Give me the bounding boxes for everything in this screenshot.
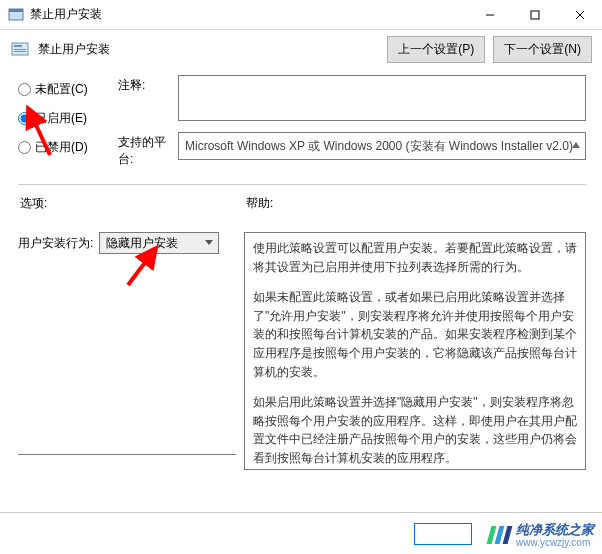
- options-bottom-border: [18, 454, 236, 474]
- watermark-brand: 纯净系统之家: [516, 522, 594, 537]
- focused-button-outline[interactable]: [414, 523, 472, 545]
- install-behavior-combo[interactable]: 隐藏用户安装: [99, 232, 219, 254]
- radio-disabled-label: 已禁用(D): [35, 139, 88, 156]
- supported-platform-value: Microsoft Windows XP 或 Windows 2000 (安装有…: [185, 138, 573, 155]
- supported-platform-box: Microsoft Windows XP 或 Windows 2000 (安装有…: [178, 132, 586, 160]
- radio-disabled[interactable]: 已禁用(D): [18, 139, 118, 156]
- radio-enabled[interactable]: 已启用(E): [18, 110, 118, 127]
- install-behavior-value: 隐藏用户安装: [106, 235, 178, 252]
- help-header: 帮助:: [246, 195, 586, 212]
- radio-enabled-input[interactable]: [18, 112, 31, 125]
- radio-not-configured-input[interactable]: [18, 83, 31, 96]
- svg-rect-7: [14, 45, 22, 47]
- maximize-button[interactable]: [512, 0, 557, 30]
- help-paragraph-2: 如果未配置此策略设置，或者如果已启用此策略设置并选择了"允许用户安装"，则安装程…: [253, 288, 577, 381]
- svg-rect-3: [531, 11, 539, 19]
- help-text-box: 使用此策略设置可以配置用户安装。若要配置此策略设置，请将其设置为已启用并使用下拉…: [244, 232, 586, 470]
- prev-setting-button[interactable]: 上一个设置(P): [387, 36, 485, 63]
- window-icon: [8, 7, 24, 23]
- window-title: 禁止用户安装: [30, 6, 467, 23]
- next-setting-button[interactable]: 下一个设置(N): [493, 36, 592, 63]
- page-title: 禁止用户安装: [38, 41, 379, 58]
- comment-label: 注释:: [118, 75, 178, 94]
- comment-textarea[interactable]: [178, 75, 586, 121]
- radio-disabled-input[interactable]: [18, 141, 31, 154]
- chevron-down-icon: [204, 236, 214, 250]
- platform-label: 支持的平台:: [118, 132, 178, 168]
- titlebar: 禁止用户安装: [0, 0, 602, 30]
- minimize-button[interactable]: [467, 0, 512, 30]
- close-button[interactable]: [557, 0, 602, 30]
- svg-rect-1: [9, 9, 23, 12]
- policy-icon: [10, 40, 30, 60]
- watermark-stripes-icon: [489, 526, 510, 544]
- svg-rect-8: [14, 49, 26, 50]
- radio-not-configured-label: 未配置(C): [35, 81, 88, 98]
- watermark-url: www.ycwzjy.com: [516, 537, 594, 548]
- watermark: 纯净系统之家 www.ycwzjy.com: [489, 521, 594, 548]
- options-header: 选项:: [20, 195, 236, 212]
- radio-enabled-label: 已启用(E): [35, 110, 87, 127]
- svg-marker-10: [572, 142, 580, 148]
- scroll-up-icon[interactable]: [571, 139, 581, 153]
- help-paragraph-3: 如果启用此策略设置并选择"隐藏用户安装"，则安装程序将忽略按照每个用户安装的应用…: [253, 393, 577, 467]
- radio-not-configured[interactable]: 未配置(C): [18, 81, 118, 98]
- help-paragraph-1: 使用此策略设置可以配置用户安装。若要配置此策略设置，请将其设置为已启用并使用下拉…: [253, 239, 577, 276]
- svg-rect-9: [14, 51, 26, 52]
- svg-marker-11: [205, 240, 213, 245]
- install-behavior-label: 用户安装行为:: [18, 235, 93, 252]
- header-row: 禁止用户安装 上一个设置(P) 下一个设置(N): [0, 30, 602, 69]
- state-radio-group: 未配置(C) 已启用(E) 已禁用(D): [18, 75, 118, 168]
- separator: [18, 184, 586, 185]
